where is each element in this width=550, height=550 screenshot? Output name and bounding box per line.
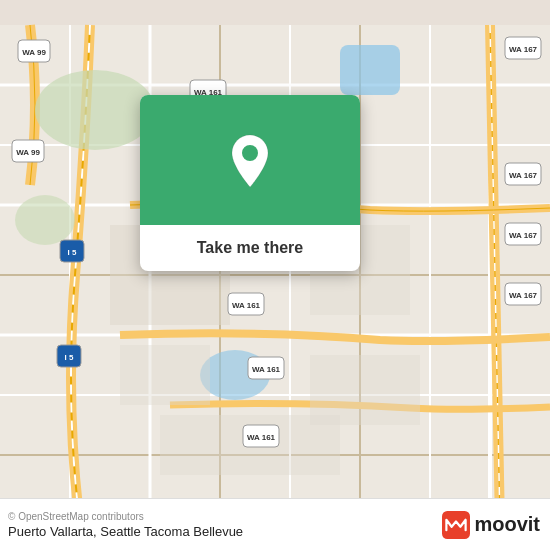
map-background: WA 99 WA 99 WA 161 WA 161 WA 161 WA 161 … [0, 0, 550, 550]
svg-text:WA 161: WA 161 [232, 301, 261, 310]
location-pin-icon [227, 133, 273, 187]
svg-text:I 5: I 5 [65, 353, 74, 362]
moovit-icon [442, 511, 470, 539]
svg-rect-23 [310, 355, 420, 425]
svg-text:WA 167: WA 167 [509, 45, 538, 54]
moovit-text: moovit [474, 513, 540, 536]
take-me-there-button[interactable]: Take me there [197, 239, 303, 257]
svg-text:WA 167: WA 167 [509, 291, 538, 300]
svg-text:WA 99: WA 99 [16, 148, 40, 157]
map-container: WA 99 WA 99 WA 161 WA 161 WA 161 WA 161 … [0, 0, 550, 550]
popup-card: Take me there [140, 95, 360, 271]
svg-point-17 [15, 195, 75, 245]
svg-text:WA 99: WA 99 [22, 48, 46, 57]
svg-text:WA 167: WA 167 [509, 231, 538, 240]
svg-text:WA 161: WA 161 [252, 365, 281, 374]
svg-rect-22 [120, 345, 210, 405]
place-name: Puerto Vallarta, Seattle Tacoma Bellevue [8, 524, 243, 539]
bottom-left-info: © OpenStreetMap contributors Puerto Vall… [8, 511, 243, 539]
popup-button-area: Take me there [140, 225, 360, 271]
svg-point-49 [242, 145, 258, 161]
moovit-logo: moovit [442, 511, 540, 539]
svg-text:I 5: I 5 [68, 248, 77, 257]
svg-rect-18 [340, 45, 400, 95]
svg-point-16 [35, 70, 155, 150]
svg-text:WA 161: WA 161 [247, 433, 276, 442]
bottom-bar: © OpenStreetMap contributors Puerto Vall… [0, 498, 550, 550]
svg-text:WA 167: WA 167 [509, 171, 538, 180]
copyright-text: © OpenStreetMap contributors [8, 511, 243, 522]
popup-green-area [140, 95, 360, 225]
